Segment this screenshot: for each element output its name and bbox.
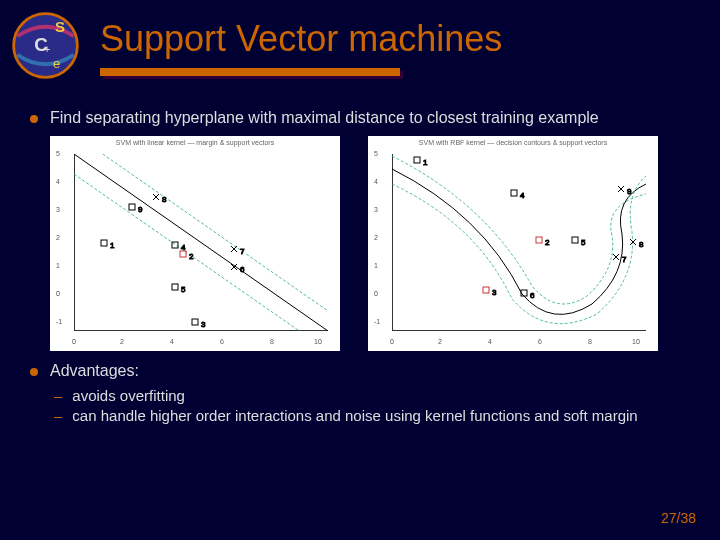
chart-1-svg: 8 7 6 9 4 2 5 3 1 — [74, 154, 328, 331]
svg-rect-17 — [172, 284, 178, 290]
svg-text:8: 8 — [162, 195, 167, 204]
svg-text:7: 7 — [240, 247, 245, 256]
svg-text:1: 1 — [110, 241, 115, 250]
svg-rect-21 — [101, 240, 107, 246]
slide-title: Support Vector machines — [100, 18, 660, 60]
charts-row: SVM with linear kernel — margin & suppor… — [50, 136, 690, 351]
svg-text:5: 5 — [181, 285, 186, 294]
svg-line-6 — [74, 174, 328, 331]
svg-text:S: S — [55, 18, 65, 35]
svg-rect-26 — [511, 190, 517, 196]
svg-text:6: 6 — [530, 291, 535, 300]
svg-rect-28 — [536, 237, 542, 243]
svg-line-7 — [74, 154, 328, 311]
svg-text:5: 5 — [581, 238, 586, 247]
svg-text:7: 7 — [622, 255, 627, 264]
page-number: 27/38 — [661, 510, 696, 526]
svg-rect-19 — [192, 319, 198, 325]
svg-rect-11 — [129, 204, 135, 210]
chart-linear-svm: SVM with linear kernel — margin & suppor… — [50, 136, 340, 351]
svg-text:2: 2 — [189, 252, 194, 261]
logo: S C + e — [8, 8, 83, 83]
bullet-icon — [30, 115, 38, 123]
svg-text:9: 9 — [138, 205, 143, 214]
chart-1-title: SVM with linear kernel — margin & suppor… — [50, 139, 340, 146]
svg-text:+: + — [44, 43, 51, 55]
svg-text:e: e — [53, 56, 60, 71]
title-underline — [100, 68, 400, 78]
sub-2-text: can handle higher order interactions and… — [72, 407, 637, 424]
bullet-icon — [30, 368, 38, 376]
chart-2-title: SVM with RBF kernel — decision contours … — [368, 139, 658, 146]
bullet-1-text: Find separating hyperplane with maximal … — [50, 108, 690, 128]
svg-text:1: 1 — [423, 158, 428, 167]
svg-text:8: 8 — [639, 240, 644, 249]
chart-rbf-svm: SVM with RBF kernel — decision contours … — [368, 136, 658, 351]
dash-icon: – — [54, 387, 62, 404]
bullet-2-text: Advantages: — [50, 361, 690, 381]
svg-text:4: 4 — [520, 191, 525, 200]
chart-2-svg: 9 8 7 4 2 5 3 6 1 — [392, 154, 646, 331]
svg-text:3: 3 — [201, 320, 206, 329]
svg-text:9: 9 — [627, 187, 632, 196]
svg-text:6: 6 — [240, 265, 245, 274]
svg-text:3: 3 — [492, 288, 497, 297]
dash-icon: – — [54, 407, 62, 424]
svg-text:2: 2 — [545, 238, 550, 247]
svg-rect-30 — [572, 237, 578, 243]
svg-rect-36 — [414, 157, 420, 163]
bullet-2: Advantages: — [30, 361, 690, 381]
sub-bullet-2: – can handle higher order interactions a… — [54, 407, 690, 424]
svg-rect-32 — [483, 287, 489, 293]
bullet-1: Find separating hyperplane with maximal … — [30, 108, 690, 128]
sub-bullet-1: – avoids overfitting — [54, 387, 690, 404]
sub-1-text: avoids overfitting — [72, 387, 185, 404]
